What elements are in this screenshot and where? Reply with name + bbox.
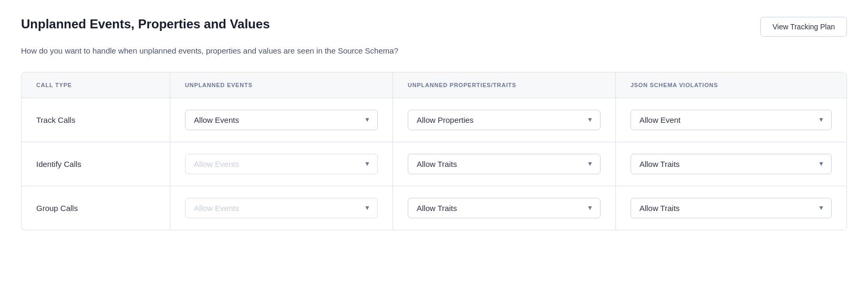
json-violations-select-1[interactable]: Allow EventBlock EventAllow TraitsBlock … — [631, 154, 832, 174]
unplanned-props-wrapper-1: Allow TraitsBlock Traits▼ — [408, 154, 601, 174]
unplanned-events-wrapper-0: Allow EventsBlock Events▼ — [185, 110, 378, 130]
unplanned-props-cell-1: Allow TraitsBlock Traits▼ — [392, 142, 615, 186]
col-header-call-type: CALL TYPE — [22, 72, 170, 98]
unplanned-events-cell-2: Allow EventsBlock Events▼ — [170, 186, 393, 230]
unplanned-events-select-2[interactable]: Allow EventsBlock Events — [185, 198, 378, 218]
json-violations-wrapper-0: Allow EventBlock EventAllow TraitsBlock … — [631, 110, 832, 130]
call-type-cell-0: Track Calls — [22, 98, 170, 142]
page-header: Unplanned Events, Properties and Values … — [21, 17, 847, 37]
unplanned-props-cell-0: Allow PropertiesBlock Properties▼ — [392, 98, 615, 142]
json-violations-cell-2: Allow EventBlock EventAllow TraitsBlock … — [615, 186, 846, 230]
table-header-row: CALL TYPE UNPLANNED EVENTS UNPLANNED PRO… — [22, 72, 846, 98]
unplanned-events-wrapper-1: Allow EventsBlock Events▼ — [185, 154, 378, 174]
call-type-cell-2: Group Calls — [22, 186, 170, 230]
col-header-json-violations: JSON SCHEMA VIOLATIONS — [615, 72, 846, 98]
unplanned-events-wrapper-2: Allow EventsBlock Events▼ — [185, 198, 378, 218]
table-row: Identify CallsAllow EventsBlock Events▼A… — [22, 142, 846, 186]
unplanned-events-select-1[interactable]: Allow EventsBlock Events — [185, 154, 378, 174]
col-header-unplanned-props: UNPLANNED PROPERTIES/TRAITS — [392, 72, 615, 98]
json-violations-wrapper-2: Allow EventBlock EventAllow TraitsBlock … — [631, 198, 832, 218]
table-row: Group CallsAllow EventsBlock Events▼Allo… — [22, 186, 846, 230]
unplanned-props-wrapper-2: Allow TraitsBlock Traits▼ — [408, 198, 601, 218]
json-violations-select-0[interactable]: Allow EventBlock EventAllow TraitsBlock … — [631, 110, 832, 130]
unplanned-props-select-1[interactable]: Allow TraitsBlock Traits — [408, 154, 601, 174]
table-row: Track CallsAllow EventsBlock Events▼Allo… — [22, 98, 846, 142]
settings-table: CALL TYPE UNPLANNED EVENTS UNPLANNED PRO… — [21, 72, 847, 230]
unplanned-props-select-2[interactable]: Allow TraitsBlock Traits — [408, 198, 601, 218]
call-type-cell-1: Identify Calls — [22, 142, 170, 186]
unplanned-events-cell-1: Allow EventsBlock Events▼ — [170, 142, 393, 186]
unplanned-props-select-0[interactable]: Allow PropertiesBlock Properties — [408, 110, 601, 130]
unplanned-events-cell-0: Allow EventsBlock Events▼ — [170, 98, 393, 142]
unplanned-props-wrapper-0: Allow PropertiesBlock Properties▼ — [408, 110, 601, 130]
unplanned-props-cell-2: Allow TraitsBlock Traits▼ — [392, 186, 615, 230]
json-violations-select-2[interactable]: Allow EventBlock EventAllow TraitsBlock … — [631, 198, 832, 218]
unplanned-events-select-0[interactable]: Allow EventsBlock Events — [185, 110, 378, 130]
page-subtitle: How do you want to handle when unplanned… — [21, 45, 847, 57]
page-title: Unplanned Events, Properties and Values — [21, 17, 270, 31]
view-tracking-plan-button[interactable]: View Tracking Plan — [760, 17, 847, 37]
col-header-unplanned-events: UNPLANNED EVENTS — [170, 72, 393, 98]
json-violations-wrapper-1: Allow EventBlock EventAllow TraitsBlock … — [631, 154, 832, 174]
json-violations-cell-1: Allow EventBlock EventAllow TraitsBlock … — [615, 142, 846, 186]
json-violations-cell-0: Allow EventBlock EventAllow TraitsBlock … — [615, 98, 846, 142]
